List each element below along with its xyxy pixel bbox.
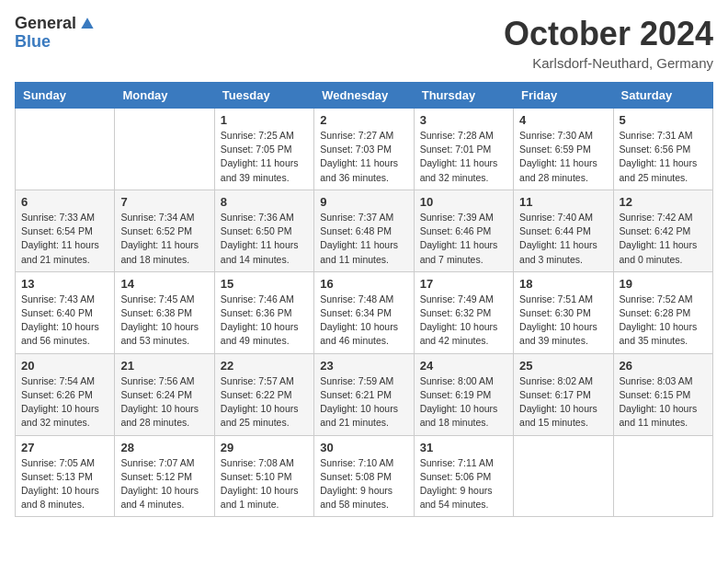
calendar-cell: 29Sunrise: 7:08 AM Sunset: 5:10 PM Dayli…	[214, 435, 313, 517]
logo-general: General	[15, 15, 76, 33]
calendar-header-cell: Friday	[514, 83, 613, 109]
day-number: 25	[519, 359, 607, 373]
day-number: 19	[620, 277, 707, 291]
day-number: 12	[620, 195, 707, 209]
day-detail: Sunrise: 7:37 AM Sunset: 6:48 PM Dayligh…	[320, 211, 407, 267]
day-detail: Sunrise: 7:05 AM Sunset: 5:13 PM Dayligh…	[21, 456, 108, 512]
day-number: 3	[420, 113, 507, 127]
calendar-cell: 26Sunrise: 8:03 AM Sunset: 6:15 PM Dayli…	[613, 353, 712, 435]
calendar-cell	[514, 435, 613, 517]
day-detail: Sunrise: 7:56 AM Sunset: 6:24 PM Dayligh…	[120, 374, 208, 431]
calendar-cell: 19Sunrise: 7:52 AM Sunset: 6:28 PM Dayli…	[613, 271, 712, 353]
day-detail: Sunrise: 7:11 AM Sunset: 5:06 PM Dayligh…	[420, 456, 507, 512]
calendar-cell: 5Sunrise: 7:31 AM Sunset: 6:56 PM Daylig…	[613, 109, 712, 190]
calendar-cell: 12Sunrise: 7:42 AM Sunset: 6:42 PM Dayli…	[613, 190, 712, 271]
calendar-cell: 15Sunrise: 7:46 AM Sunset: 6:36 PM Dayli…	[214, 271, 313, 353]
calendar-body: 1Sunrise: 7:25 AM Sunset: 7:05 PM Daylig…	[16, 109, 713, 517]
calendar-header-cell: Monday	[115, 83, 214, 109]
calendar-cell	[613, 435, 712, 517]
calendar-cell: 24Sunrise: 8:00 AM Sunset: 6:19 PM Dayli…	[414, 353, 513, 435]
day-number: 26	[620, 359, 707, 373]
calendar-cell: 21Sunrise: 7:56 AM Sunset: 6:24 PM Dayli…	[115, 353, 214, 435]
calendar-cell: 22Sunrise: 7:57 AM Sunset: 6:22 PM Dayli…	[214, 353, 313, 435]
day-number: 8	[221, 195, 308, 209]
day-detail: Sunrise: 7:57 AM Sunset: 6:22 PM Dayligh…	[221, 374, 308, 431]
day-detail: Sunrise: 7:31 AM Sunset: 6:56 PM Dayligh…	[620, 129, 707, 185]
day-detail: Sunrise: 7:59 AM Sunset: 6:21 PM Dayligh…	[320, 374, 407, 431]
day-detail: Sunrise: 8:03 AM Sunset: 6:15 PM Dayligh…	[620, 374, 707, 431]
logo-icon	[78, 15, 97, 33]
calendar-cell: 8Sunrise: 7:36 AM Sunset: 6:50 PM Daylig…	[214, 190, 313, 271]
calendar-cell	[16, 109, 115, 190]
day-number: 21	[120, 359, 208, 373]
svg-marker-0	[81, 17, 93, 29]
day-number: 29	[221, 441, 308, 454]
day-detail: Sunrise: 7:51 AM Sunset: 6:30 PM Dayligh…	[519, 293, 607, 349]
calendar-cell: 20Sunrise: 7:54 AM Sunset: 6:26 PM Dayli…	[16, 353, 115, 435]
day-detail: Sunrise: 7:43 AM Sunset: 6:40 PM Dayligh…	[21, 293, 108, 349]
day-number: 1	[221, 113, 308, 127]
calendar-cell: 23Sunrise: 7:59 AM Sunset: 6:21 PM Dayli…	[314, 353, 414, 435]
day-number: 4	[519, 113, 607, 127]
month-title: October 2024	[504, 15, 713, 53]
day-number: 22	[221, 359, 308, 373]
day-detail: Sunrise: 8:02 AM Sunset: 6:17 PM Dayligh…	[519, 374, 607, 431]
day-number: 20	[21, 359, 108, 373]
calendar-week-row: 1Sunrise: 7:25 AM Sunset: 7:05 PM Daylig…	[16, 109, 713, 190]
calendar-cell: 11Sunrise: 7:40 AM Sunset: 6:44 PM Dayli…	[514, 190, 613, 271]
calendar-header-cell: Wednesday	[314, 83, 414, 109]
day-number: 18	[519, 277, 607, 291]
header: General Blue October 2024 Karlsdorf-Neut…	[15, 15, 713, 71]
calendar-cell: 2Sunrise: 7:27 AM Sunset: 7:03 PM Daylig…	[314, 109, 414, 190]
calendar-cell: 7Sunrise: 7:34 AM Sunset: 6:52 PM Daylig…	[115, 190, 214, 271]
calendar-cell: 17Sunrise: 7:49 AM Sunset: 6:32 PM Dayli…	[414, 271, 513, 353]
day-number: 17	[420, 277, 507, 291]
day-number: 11	[519, 195, 607, 209]
day-detail: Sunrise: 7:10 AM Sunset: 5:08 PM Dayligh…	[320, 456, 407, 512]
calendar-header-cell: Saturday	[613, 83, 712, 109]
calendar-cell: 28Sunrise: 7:07 AM Sunset: 5:12 PM Dayli…	[115, 435, 214, 517]
day-number: 2	[320, 113, 407, 127]
day-number: 13	[21, 277, 108, 291]
day-number: 27	[21, 441, 108, 454]
day-number: 5	[620, 113, 707, 127]
calendar-cell: 14Sunrise: 7:45 AM Sunset: 6:38 PM Dayli…	[115, 271, 214, 353]
logo-blue: Blue	[15, 32, 51, 51]
calendar-cell: 16Sunrise: 7:48 AM Sunset: 6:34 PM Dayli…	[314, 271, 414, 353]
day-detail: Sunrise: 7:45 AM Sunset: 6:38 PM Dayligh…	[120, 293, 208, 349]
day-detail: Sunrise: 7:08 AM Sunset: 5:10 PM Dayligh…	[221, 456, 308, 512]
day-detail: Sunrise: 7:52 AM Sunset: 6:28 PM Dayligh…	[620, 293, 707, 349]
calendar-week-row: 13Sunrise: 7:43 AM Sunset: 6:40 PM Dayli…	[16, 271, 713, 353]
calendar-header-row: SundayMondayTuesdayWednesdayThursdayFrid…	[16, 83, 713, 109]
day-detail: Sunrise: 7:25 AM Sunset: 7:05 PM Dayligh…	[221, 129, 308, 185]
day-detail: Sunrise: 7:07 AM Sunset: 5:12 PM Dayligh…	[120, 456, 208, 512]
day-detail: Sunrise: 8:00 AM Sunset: 6:19 PM Dayligh…	[420, 374, 507, 431]
calendar-cell: 4Sunrise: 7:30 AM Sunset: 6:59 PM Daylig…	[514, 109, 613, 190]
calendar-cell: 31Sunrise: 7:11 AM Sunset: 5:06 PM Dayli…	[414, 435, 513, 517]
day-number: 7	[120, 195, 208, 209]
day-detail: Sunrise: 7:33 AM Sunset: 6:54 PM Dayligh…	[21, 211, 108, 267]
day-detail: Sunrise: 7:40 AM Sunset: 6:44 PM Dayligh…	[519, 211, 607, 267]
calendar-week-row: 6Sunrise: 7:33 AM Sunset: 6:54 PM Daylig…	[16, 190, 713, 271]
calendar-cell	[115, 109, 214, 190]
day-detail: Sunrise: 7:48 AM Sunset: 6:34 PM Dayligh…	[320, 293, 407, 349]
title-area: October 2024 Karlsdorf-Neuthard, Germany	[504, 15, 713, 71]
day-detail: Sunrise: 7:36 AM Sunset: 6:50 PM Dayligh…	[221, 211, 308, 267]
calendar-header-cell: Tuesday	[214, 83, 313, 109]
day-number: 23	[320, 359, 407, 373]
day-detail: Sunrise: 7:54 AM Sunset: 6:26 PM Dayligh…	[21, 374, 108, 431]
day-number: 16	[320, 277, 407, 291]
location-title: Karlsdorf-Neuthard, Germany	[504, 55, 713, 71]
day-number: 24	[420, 359, 507, 373]
day-detail: Sunrise: 7:46 AM Sunset: 6:36 PM Dayligh…	[221, 293, 308, 349]
day-detail: Sunrise: 7:28 AM Sunset: 7:01 PM Dayligh…	[420, 129, 507, 185]
calendar-cell: 6Sunrise: 7:33 AM Sunset: 6:54 PM Daylig…	[16, 190, 115, 271]
calendar-cell: 9Sunrise: 7:37 AM Sunset: 6:48 PM Daylig…	[314, 190, 414, 271]
day-detail: Sunrise: 7:27 AM Sunset: 7:03 PM Dayligh…	[320, 129, 407, 185]
day-number: 15	[221, 277, 308, 291]
calendar-cell: 10Sunrise: 7:39 AM Sunset: 6:46 PM Dayli…	[414, 190, 513, 271]
day-number: 10	[420, 195, 507, 209]
calendar-cell: 1Sunrise: 7:25 AM Sunset: 7:05 PM Daylig…	[214, 109, 313, 190]
calendar-cell: 27Sunrise: 7:05 AM Sunset: 5:13 PM Dayli…	[16, 435, 115, 517]
calendar-table: SundayMondayTuesdayWednesdayThursdayFrid…	[15, 82, 713, 517]
